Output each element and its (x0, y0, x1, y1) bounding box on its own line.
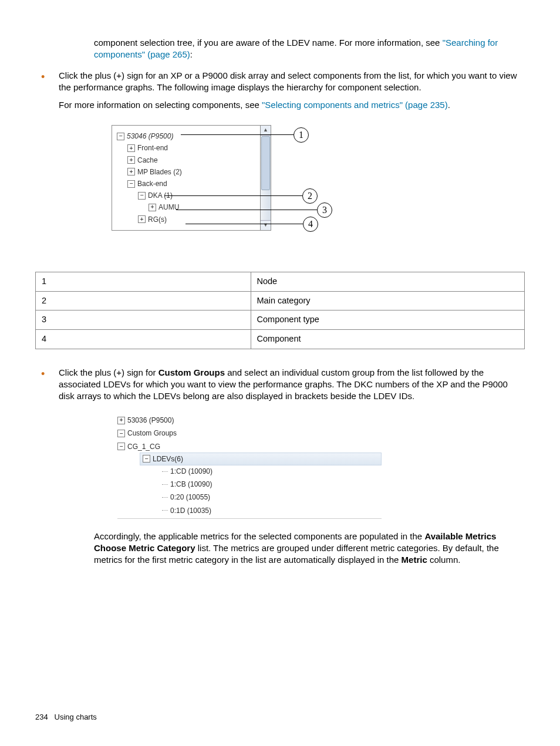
intro-paragraph: component selection tree, if you are awa… (94, 37, 525, 61)
bullet1-p1: Click the plus (+) sign for an XP or a P… (59, 70, 517, 92)
table-row: 1Node (36, 272, 525, 292)
bullet-custom-groups: Click the plus (+) sign for Custom Group… (35, 367, 525, 403)
tree-panel: − 53046 (P9500) + Front-end + Cache + MP… (112, 125, 271, 231)
tree-node-root2[interactable]: + 53036 (P9500) (117, 414, 382, 427)
tree-node-cache[interactable]: + Cache (116, 154, 257, 166)
scrollbar[interactable]: ▲ ▼ (260, 126, 271, 230)
bullet-array-select: Click the plus (+) sign for an XP or a P… (35, 70, 525, 112)
scroll-down-icon[interactable]: ▼ (261, 220, 271, 230)
table-row: 2Main category (36, 291, 525, 310)
expand-icon[interactable]: + (149, 204, 156, 211)
callout-1: 1 (294, 127, 309, 143)
callout-table: 1Node 2Main category 3Component type 4Co… (35, 272, 525, 349)
expand-icon[interactable]: + (117, 417, 125, 424)
tree-node-cg1[interactable]: − CG_1_CG (117, 440, 382, 453)
tree-node-mp-blades[interactable]: + MP Blades (2) (116, 166, 257, 178)
collapse-icon[interactable]: − (117, 133, 124, 140)
tree-node-backend[interactable]: − Back-end (116, 178, 257, 190)
tree-node-ldev[interactable]: 0:1D (10035) (117, 504, 382, 517)
bullet1-p2a: For more information on selecting compon… (59, 100, 262, 110)
tree-node-aumu[interactable]: + AUMU (116, 201, 257, 213)
expand-icon[interactable]: + (127, 156, 135, 164)
callout-line (185, 224, 303, 224)
expand-icon[interactable]: + (127, 168, 135, 175)
figure-custom-groups-tree: + 53036 (P9500) − Custom Groups − CG_1_C… (117, 414, 382, 519)
bullet1-p2b: . (448, 100, 450, 110)
tree-node-root[interactable]: − 53046 (P9500) (116, 130, 257, 142)
intro-text-b: : (190, 49, 193, 59)
callout-4: 4 (303, 217, 318, 232)
collapse-icon[interactable]: − (143, 455, 150, 463)
callout-3: 3 (317, 202, 332, 218)
expand-icon[interactable]: + (138, 215, 146, 223)
tree-node-frontend[interactable]: + Front-end (116, 142, 257, 154)
collapse-icon[interactable]: − (138, 192, 146, 200)
tree-node-custom-groups[interactable]: − Custom Groups (117, 427, 382, 440)
collapse-icon[interactable]: − (117, 443, 125, 450)
tree-node-ldev[interactable]: 0:20 (10055) (117, 491, 382, 504)
tree-node-ldev[interactable]: 1:CB (10090) (117, 478, 382, 491)
link-selecting-components[interactable]: "Selecting components and metrics" (page… (262, 100, 448, 110)
table-row: 3Component type (36, 310, 525, 330)
collapse-icon[interactable]: − (127, 180, 135, 188)
figure-component-tree: − 53046 (P9500) + Front-end + Cache + MP… (112, 125, 525, 254)
expand-icon[interactable]: + (127, 144, 135, 152)
intro-text-a: component selection tree, if you are awa… (94, 38, 443, 48)
tree-node-ldev[interactable]: 1:CD (10090) (117, 465, 382, 478)
callout-2: 2 (302, 188, 318, 204)
collapse-icon[interactable]: − (117, 430, 125, 437)
tree-node-ldevs-selected[interactable]: − LDEVs(6) (140, 453, 382, 465)
scroll-thumb[interactable] (261, 136, 270, 190)
callout-line (164, 195, 302, 196)
callout-line (181, 134, 294, 135)
closing-paragraph: Accordingly, the applicable metrics for … (94, 531, 525, 566)
table-row: 4Component (36, 329, 525, 349)
callout-line (176, 210, 317, 210)
